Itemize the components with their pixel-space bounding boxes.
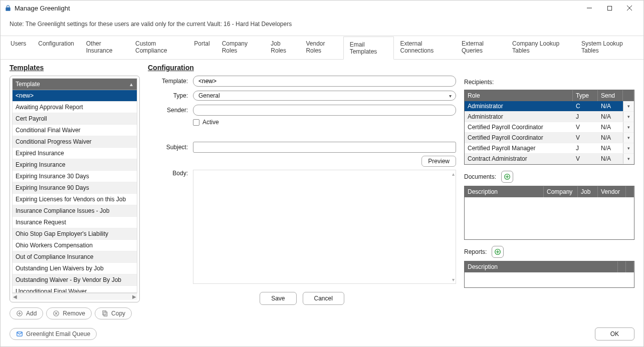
- maximize-button[interactable]: [599, 1, 619, 16]
- reports-col-description[interactable]: Description: [465, 261, 618, 272]
- template-row[interactable]: Ohio Workers Compensation: [13, 240, 137, 251]
- template-row[interactable]: Expiring Licenses for Vendors on this Jo…: [13, 194, 137, 205]
- recipients-col-type[interactable]: Type: [573, 90, 598, 101]
- recipients-col-send[interactable]: Send: [598, 90, 623, 101]
- tab-email-templates[interactable]: Email Templates: [343, 37, 394, 60]
- template-field[interactable]: [193, 76, 456, 87]
- recipients-body[interactable]: AdministratorCN/A▾AdministratorJN/A▾Cert…: [465, 101, 634, 164]
- remove-button[interactable]: Remove: [46, 307, 92, 319]
- template-row[interactable]: Outstanding Waiver - By Vendor By Job: [13, 274, 137, 286]
- template-row[interactable]: Out of Compliance Insurance: [13, 251, 137, 263]
- tab-system-lookup-tables[interactable]: System Lookup Tables: [575, 36, 639, 59]
- lock-icon: [5, 5, 12, 12]
- type-select[interactable]: General ▾: [193, 91, 456, 101]
- template-row[interactable]: Expired Insurance: [13, 148, 137, 159]
- template-row[interactable]: Awaiting Approval Report: [13, 102, 137, 113]
- subject-field[interactable]: [193, 142, 456, 153]
- documents-col-spacer: [626, 186, 634, 197]
- template-row[interactable]: Expiring Insurance 30 Days: [13, 171, 137, 182]
- reports-grid: Description: [464, 261, 634, 288]
- add-document-button[interactable]: [501, 171, 513, 183]
- reports-body[interactable]: [465, 272, 634, 287]
- tab-external-connections[interactable]: External Connections: [394, 36, 455, 59]
- template-label: Template:: [148, 78, 188, 85]
- tab-configuration[interactable]: Configuration: [32, 36, 80, 59]
- template-row[interactable]: Unconditional Final Waiver: [13, 286, 137, 293]
- template-row[interactable]: Ohio Stop Gap Employer's Liability: [13, 228, 137, 240]
- template-row[interactable]: Outstanding Lien Waivers by Job: [13, 263, 137, 274]
- tab-bar: UsersConfigurationOther InsuranceCustom …: [1, 36, 643, 60]
- main-area: Templates Template ▲ <new>Awaiting Appro…: [1, 64, 643, 323]
- chevron-down-icon: ▾: [449, 93, 452, 99]
- copy-button-label: Copy: [111, 310, 125, 317]
- template-row[interactable]: Insurance Compliance Issues - Job: [13, 205, 137, 217]
- documents-label: Documents:: [464, 173, 496, 180]
- close-button[interactable]: [619, 1, 639, 16]
- cancel-button[interactable]: Cancel: [303, 292, 344, 305]
- documents-col-company[interactable]: Company: [544, 186, 578, 197]
- recipient-role: Certified Payroll Coordinator: [465, 122, 573, 132]
- recipient-send-dropdown[interactable]: ▾: [623, 101, 634, 111]
- documents-col-description[interactable]: Description: [465, 186, 544, 197]
- templates-list-scroll[interactable]: Template ▲ <new>Awaiting Approval Report…: [12, 78, 137, 293]
- scroll-down-icon[interactable]: ▾: [452, 277, 455, 282]
- templates-column-header[interactable]: Template ▲: [13, 79, 137, 90]
- recipient-send-dropdown[interactable]: ▾: [623, 122, 634, 132]
- recipient-row[interactable]: AdministratorJN/A▾: [465, 112, 634, 122]
- tab-company-lookup-tables[interactable]: Company Lookup Tables: [506, 36, 575, 59]
- template-row[interactable]: Expiring Insurance: [13, 159, 137, 171]
- recipient-row[interactable]: Contract AdministratorVN/A▾: [465, 154, 634, 164]
- copy-button[interactable]: Copy: [95, 307, 132, 319]
- svg-rect-11: [104, 312, 107, 316]
- tab-users[interactable]: Users: [5, 36, 32, 59]
- type-label: Type:: [148, 92, 188, 99]
- email-queue-label: Greenlight Email Queue: [26, 330, 90, 337]
- sort-asc-icon: ▲: [129, 82, 134, 87]
- ok-button[interactable]: OK: [595, 327, 634, 340]
- preview-button[interactable]: Preview: [421, 156, 456, 167]
- tab-portal[interactable]: Portal: [188, 36, 216, 59]
- recipients-grid: Role Type Send AdministratorCN/A▾Adminis…: [464, 90, 634, 165]
- recipient-row[interactable]: Certified Payroll ManagerJN/A▾: [465, 143, 634, 154]
- tab-external-queries[interactable]: External Queries: [456, 36, 506, 59]
- template-row[interactable]: Expiring Insurance 90 Days: [13, 182, 137, 194]
- note-text: Note: The Greenlight settings for these …: [1, 16, 643, 31]
- template-row[interactable]: Conditional Final Waiver: [13, 125, 137, 136]
- template-row[interactable]: <new>: [13, 90, 137, 102]
- subject-label: Subject:: [148, 144, 188, 151]
- templates-h-scroll[interactable]: ◀▶: [12, 293, 137, 300]
- tab-custom-compliance[interactable]: Custom Compliance: [129, 36, 188, 59]
- email-queue-button[interactable]: Greenlight Email Queue: [10, 328, 97, 340]
- active-row: Active: [193, 119, 456, 126]
- recipient-send-dropdown[interactable]: ▾: [623, 143, 634, 153]
- documents-grid: Description Company Job Vendor: [464, 186, 634, 240]
- sender-field[interactable]: [193, 105, 456, 116]
- save-button[interactable]: Save: [260, 292, 296, 305]
- configuration-panel: Configuration Template: Type: General ▾ …: [148, 64, 456, 319]
- add-report-button[interactable]: [492, 246, 504, 258]
- template-row[interactable]: Conditional Progress Waiver: [13, 136, 137, 148]
- tab-other-insurance[interactable]: Other Insurance: [80, 36, 129, 59]
- documents-col-job[interactable]: Job: [578, 186, 598, 197]
- tab-vendor-roles[interactable]: Vendor Roles: [300, 36, 343, 59]
- recipient-row[interactable]: Certified Payroll CoordinatorVN/A▾: [465, 122, 634, 133]
- recipient-send-dropdown[interactable]: ▾: [623, 154, 634, 164]
- recipient-send-dropdown[interactable]: ▾: [623, 133, 634, 143]
- body-textarea[interactable]: ▴ ▾: [193, 170, 456, 284]
- recipient-send-dropdown[interactable]: ▾: [623, 112, 634, 122]
- recipient-row[interactable]: AdministratorCN/A▾: [465, 101, 634, 112]
- documents-col-vendor[interactable]: Vendor: [598, 186, 626, 197]
- template-row[interactable]: Cert Payroll: [13, 113, 137, 125]
- scroll-up-icon[interactable]: ▴: [452, 171, 455, 177]
- reports-col-spacer-1: [618, 261, 626, 272]
- add-button[interactable]: Add: [10, 307, 43, 319]
- tab-company-roles[interactable]: Company Roles: [216, 36, 265, 59]
- recipients-col-role[interactable]: Role: [465, 90, 573, 101]
- documents-body[interactable]: [465, 197, 634, 239]
- minimize-button[interactable]: [579, 1, 599, 16]
- template-row[interactable]: Insurance Request: [13, 217, 137, 228]
- active-checkbox[interactable]: [193, 119, 199, 126]
- x-circle-icon: [53, 310, 60, 317]
- tab-job-roles[interactable]: Job Roles: [265, 36, 300, 59]
- recipient-row[interactable]: Certified Payroll CoordinatorVN/A▾: [465, 133, 634, 143]
